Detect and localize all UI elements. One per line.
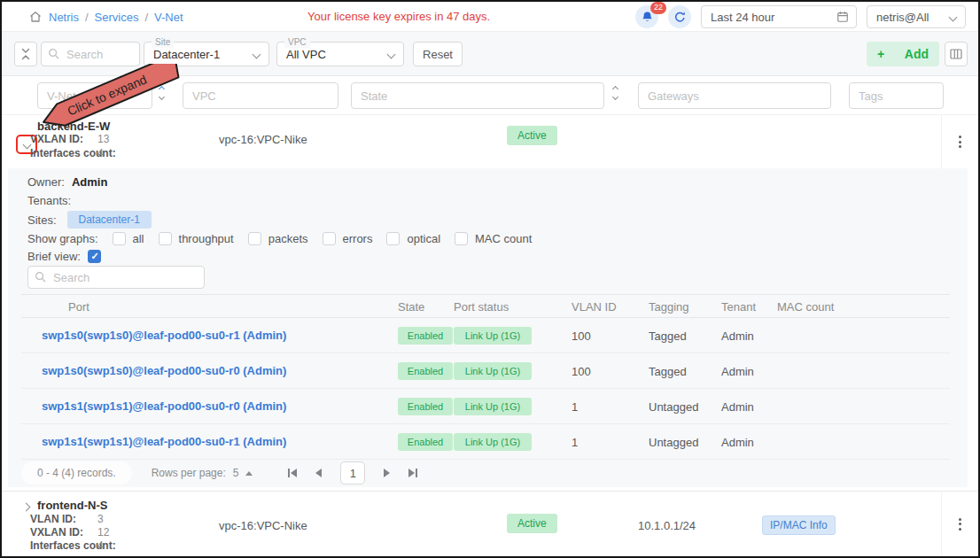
port-table-row: swp1s1(swp1s1)@leaf-pod00-su0-r1 (Admin)…	[21, 424, 950, 460]
site-tag: Datacenter-1	[67, 211, 152, 229]
checkbox-brief-view[interactable]	[88, 250, 101, 263]
collapse-all-button[interactable]	[14, 42, 37, 66]
row-menu-button[interactable]	[955, 515, 965, 534]
owner-label: Owner:	[27, 175, 65, 189]
ports-search-input[interactable]	[27, 266, 205, 289]
sort-desc-icon	[159, 94, 165, 100]
port-state-badge: Enabled	[398, 398, 453, 415]
gateways-filter-input[interactable]	[638, 82, 831, 109]
time-range-picker[interactable]: Last 24 hour	[701, 5, 857, 28]
vpc-filter	[183, 82, 338, 109]
port-link[interactable]: swp1s0(swp1s0)@leaf-pod00-su0-r1 (Admin)	[42, 329, 286, 342]
site-select-label: Site	[152, 36, 174, 48]
rows-per-page-label: Rows per page:	[152, 467, 226, 479]
toolbar-search	[41, 42, 140, 66]
checkbox-mac-count[interactable]	[455, 232, 468, 245]
checkbox-optical[interactable]	[386, 232, 400, 245]
checkbox-throughput[interactable]	[159, 232, 172, 245]
add-button[interactable]: + Add	[867, 42, 939, 66]
port-link[interactable]: swp1s1(swp1s1)@leaf-pod00-su0-r0 (Admin)	[42, 399, 286, 413]
port-link[interactable]: swp1s1(swp1s1)@leaf-pod00-su0-r1 (Admin)	[42, 435, 286, 448]
tags-filter	[849, 82, 944, 109]
rows-per-page-caret-icon[interactable]	[245, 471, 253, 476]
chevron-down-icon	[949, 12, 958, 21]
refresh-icon	[673, 11, 687, 24]
checkbox-packets[interactable]	[248, 232, 261, 245]
vnet-filter	[37, 82, 152, 109]
field-value: 12	[97, 526, 109, 539]
filter-toolbar: Site Datacenter-1 VPC All VPC Reset + Ad…	[2, 32, 978, 76]
state-filter-input[interactable]	[351, 82, 604, 109]
last-page-button[interactable]	[408, 469, 417, 477]
column-settings-button[interactable]	[945, 42, 968, 66]
breadcrumb-vnet[interactable]: V-Net	[154, 11, 183, 24]
ipmac-info-button[interactable]: IP/MAC Info	[762, 515, 836, 535]
row-menu-button[interactable]	[955, 132, 965, 151]
field-value: 13	[97, 133, 109, 145]
state-filter	[351, 82, 604, 109]
rows-per-page-value[interactable]: 5	[233, 467, 239, 479]
vpc-value: vpc-16:VPC-Nike	[219, 133, 307, 146]
show-graphs-label: Show graphs:	[27, 232, 98, 245]
col-tagging: Tagging	[649, 300, 689, 314]
vnet-filter-input[interactable]	[37, 82, 152, 109]
home-icon[interactable]	[28, 10, 43, 24]
tagging-cell: Untagged	[649, 436, 698, 449]
breadcrumb-services[interactable]: Services	[95, 11, 139, 24]
show-graphs-line: Show graphs: all throughput packets erro…	[27, 232, 532, 245]
tags-filter-input[interactable]	[849, 82, 944, 109]
search-icon	[35, 271, 46, 283]
current-page[interactable]: 1	[340, 461, 365, 484]
owner-value: Admin	[72, 175, 107, 189]
first-page-button[interactable]	[288, 469, 297, 477]
breadcrumb-netris[interactable]: Netris	[49, 11, 79, 24]
row-actions	[941, 115, 978, 168]
vnet-name: backend-E-W	[37, 120, 110, 133]
tenant-cell: Admin	[721, 400, 754, 414]
graph-option-label: errors	[343, 232, 373, 245]
tenant-cell: Admin	[721, 365, 754, 378]
col-port-status: Port status	[454, 300, 509, 314]
columns-icon	[950, 49, 962, 59]
tenant-cell: Admin	[721, 436, 754, 449]
graph-option-label: MAC count	[475, 232, 532, 245]
state-sorter[interactable]	[613, 87, 618, 99]
calendar-icon	[836, 11, 849, 23]
sort-asc-icon	[612, 86, 618, 92]
site-select[interactable]: Site Datacenter-1	[144, 42, 269, 66]
owner-line: Owner: Admin	[27, 175, 107, 189]
col-state: State	[398, 300, 424, 314]
site-select-value: Datacenter-1	[153, 48, 220, 61]
tenants-line: Tenants:	[27, 194, 71, 207]
port-table-row: swp1s0(swp1s0)@leaf-pod00-su0-r1 (Admin)…	[21, 318, 950, 353]
checkbox-errors[interactable]	[323, 232, 336, 245]
notifications-button[interactable]: 22	[635, 5, 658, 28]
graph-option: packets	[248, 232, 308, 245]
col-port: Port	[68, 300, 89, 314]
sort-desc-icon	[612, 94, 618, 100]
checkbox-all[interactable]	[113, 232, 126, 245]
graph-option-label: throughput	[179, 232, 234, 245]
ports-table-header: Port State Port status VLAN ID Tagging T…	[21, 294, 950, 318]
ports-pagination: 0 - 4 (4) records. Rows per page: 5 1	[21, 461, 417, 485]
port-state-badge: Enabled	[398, 327, 453, 345]
reset-button[interactable]: Reset	[413, 42, 463, 66]
table-filter-row	[2, 76, 978, 115]
breadcrumb: Netris / Services / V-Net	[28, 2, 183, 32]
status-badge: Active	[507, 126, 557, 145]
prev-page-button[interactable]	[315, 469, 322, 477]
vnet-sorter[interactable]	[159, 87, 164, 99]
vpc-select-value: All VPC	[286, 48, 326, 61]
port-link[interactable]: swp1s0(swp1s0)@leaf-pod00-su0-r0 (Admin)	[42, 364, 286, 377]
brief-view-line: Brief view:	[27, 250, 101, 263]
next-page-button[interactable]	[384, 469, 390, 477]
vpc-filter-input[interactable]	[183, 82, 338, 109]
refresh-button[interactable]	[668, 5, 691, 28]
profile-selector[interactable]: netris@All	[867, 5, 966, 28]
col-vlan-id: VLAN ID	[572, 300, 617, 314]
graph-option: all	[113, 232, 144, 245]
row-actions	[941, 492, 978, 556]
sites-line: Sites: Datacenter-1	[27, 211, 152, 229]
time-range-value: Last 24 hour	[711, 11, 836, 24]
vpc-select[interactable]: VPC All VPC	[276, 42, 404, 66]
